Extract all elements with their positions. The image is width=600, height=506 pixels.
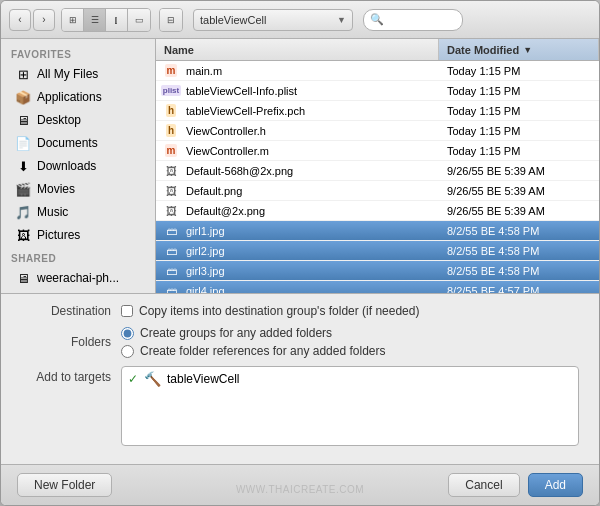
table-row[interactable]: 🖼Default.png9/26/55 BE 5:39 AM [156, 181, 599, 201]
file-date: Today 1:15 PM [439, 145, 599, 157]
file-name: ViewController.m [186, 145, 439, 157]
file-name: girl1.jpg [186, 225, 439, 237]
file-name: tableViewCell-Info.plist [186, 85, 439, 97]
sidebar-item-label: Pictures [37, 228, 80, 242]
forward-button[interactable]: › [33, 9, 55, 31]
file-name: tableViewCell-Prefix.pch [186, 105, 439, 117]
table-row[interactable]: 🗃girl3.jpg8/2/55 BE 4:58 PM [156, 261, 599, 281]
destination-label: Destination [21, 304, 111, 318]
column-view-btn[interactable]: ⫿ [106, 9, 128, 31]
sidebar-item-documents[interactable]: 📄 Documents [5, 132, 151, 154]
table-row[interactable]: hViewController.hToday 1:15 PM [156, 121, 599, 141]
targets-box[interactable]: ✓ 🔨 tableViewCell [121, 366, 579, 446]
forward-icon: › [42, 14, 45, 25]
table-row[interactable]: 🗃girl2.jpg8/2/55 BE 4:58 PM [156, 241, 599, 261]
file-name: girl3.jpg [186, 265, 439, 277]
footer: New Folder WWW.THAICREATE.COM Cancel Add [1, 464, 599, 505]
sidebar-item-label: Downloads [37, 159, 96, 173]
table-row[interactable]: htableViewCell-Prefix.pchToday 1:15 PM [156, 101, 599, 121]
sidebar-item-pictures[interactable]: 🖼 Pictures [5, 224, 151, 246]
sidebar-item-downloads[interactable]: ⬇ Downloads [5, 155, 151, 177]
sidebar-item-label: Applications [37, 90, 102, 104]
sidebar-item-applications[interactable]: 📦 Applications [5, 86, 151, 108]
table-row[interactable]: 🖼Default@2x.png9/26/55 BE 5:39 AM [156, 201, 599, 221]
file-header: Name Date Modified ▼ [156, 39, 599, 61]
search-icon: 🔍 [370, 13, 384, 26]
file-type-icon: 🖼 [156, 185, 186, 197]
destination-row: Destination Copy items into destination … [21, 304, 579, 318]
radio-references-btn[interactable] [121, 345, 134, 358]
table-row[interactable]: 🖼Default-568h@2x.png9/26/55 BE 5:39 AM [156, 161, 599, 181]
icon-view-btn[interactable]: ⊞ [62, 9, 84, 31]
table-row[interactable]: mmain.mToday 1:15 PM [156, 61, 599, 81]
sort-arrow-icon: ▼ [523, 45, 532, 55]
file-date: Today 1:15 PM [439, 105, 599, 117]
file-name: girl2.jpg [186, 245, 439, 257]
sidebar-item-desktop[interactable]: 🖥 Desktop [5, 109, 151, 131]
file-date: Today 1:15 PM [439, 125, 599, 137]
cancel-button[interactable]: Cancel [448, 473, 519, 497]
add-button[interactable]: Add [528, 473, 583, 497]
view-buttons: ⊞ ☰ ⫿ ▭ [61, 8, 151, 32]
arrange-buttons: ⊟ [159, 8, 183, 32]
radio-groups-btn[interactable] [121, 327, 134, 340]
sidebar-item-music[interactable]: 🎵 Music [5, 201, 151, 223]
arrange-btn[interactable]: ⊟ [160, 9, 182, 31]
radio-option-1: Create groups for any added folders [121, 326, 385, 340]
date-column-header[interactable]: Date Modified ▼ [439, 39, 599, 60]
path-dropdown[interactable]: tableViewCell ▼ [193, 9, 353, 31]
file-name: Default.png [186, 185, 439, 197]
file-date: 8/2/55 BE 4:58 PM [439, 265, 599, 277]
dropdown-arrow-icon: ▼ [337, 15, 346, 25]
file-type-icon: 🗃 [156, 245, 186, 257]
all-my-files-icon: ⊞ [15, 66, 31, 82]
table-row[interactable]: plisttableViewCell-Info.plistToday 1:15 … [156, 81, 599, 101]
new-folder-button[interactable]: New Folder [17, 473, 112, 497]
file-date: 8/2/55 BE 4:58 PM [439, 245, 599, 257]
desktop-icon: 🖥 [15, 112, 31, 128]
sidebar-item-movies[interactable]: 🎬 Movies [5, 178, 151, 200]
shared-header: SHARED [1, 247, 155, 266]
documents-icon: 📄 [15, 135, 31, 151]
targets-row: Add to targets ✓ 🔨 tableViewCell [21, 366, 579, 446]
table-row[interactable]: 🗃girl1.jpg8/2/55 BE 4:58 PM [156, 221, 599, 241]
target-item-label: tableViewCell [167, 372, 240, 386]
target-checkmark-icon: ✓ [128, 372, 138, 386]
file-date: 9/26/55 BE 5:39 AM [439, 185, 599, 197]
target-app-icon: 🔨 [144, 371, 161, 387]
file-type-icon: h [156, 104, 186, 117]
applications-icon: 📦 [15, 89, 31, 105]
sidebar-item-shared[interactable]: 🖥 weerachai-ph... [5, 267, 151, 289]
file-type-icon: m [156, 64, 186, 77]
radio1-label: Create groups for any added folders [140, 326, 332, 340]
coverflow-view-btn[interactable]: ▭ [128, 9, 150, 31]
file-type-icon: 🖼 [156, 165, 186, 177]
table-row[interactable]: mViewController.mToday 1:15 PM [156, 141, 599, 161]
search-box: 🔍 [363, 9, 463, 31]
file-type-icon: m [156, 144, 186, 157]
file-type-icon: 🗃 [156, 265, 186, 277]
destination-checkbox[interactable] [121, 305, 133, 317]
radio2-label: Create folder references for any added f… [140, 344, 385, 358]
toolbar: ‹ › ⊞ ☰ ⫿ ▭ ⊟ tableViewCell ▼ 🔍 [1, 1, 599, 39]
name-column-header[interactable]: Name [156, 39, 439, 60]
footer-right: Cancel Add [448, 473, 583, 497]
file-name: Default-568h@2x.png [186, 165, 439, 177]
file-type-icon: 🖼 [156, 205, 186, 217]
back-button[interactable]: ‹ [9, 9, 31, 31]
radio-option-2: Create folder references for any added f… [121, 344, 385, 358]
file-type-icon: 🗃 [156, 285, 186, 294]
file-date: Today 1:15 PM [439, 85, 599, 97]
file-name: main.m [186, 65, 439, 77]
file-date: 9/26/55 BE 5:39 AM [439, 205, 599, 217]
downloads-icon: ⬇ [15, 158, 31, 174]
search-input[interactable] [387, 14, 457, 26]
table-row[interactable]: 🗃girl4.jpg8/2/55 BE 4:57 PM [156, 281, 599, 293]
list-view-btn[interactable]: ☰ [84, 9, 106, 31]
destination-checkbox-label: Copy items into destination group's fold… [139, 304, 419, 318]
path-label: tableViewCell [200, 14, 266, 26]
nav-buttons: ‹ › [9, 9, 55, 31]
file-list: mmain.mToday 1:15 PMplisttableViewCell-I… [156, 61, 599, 293]
sidebar-item-all-my-files[interactable]: ⊞ All My Files [5, 63, 151, 85]
file-name: girl4.jpg [186, 285, 439, 294]
